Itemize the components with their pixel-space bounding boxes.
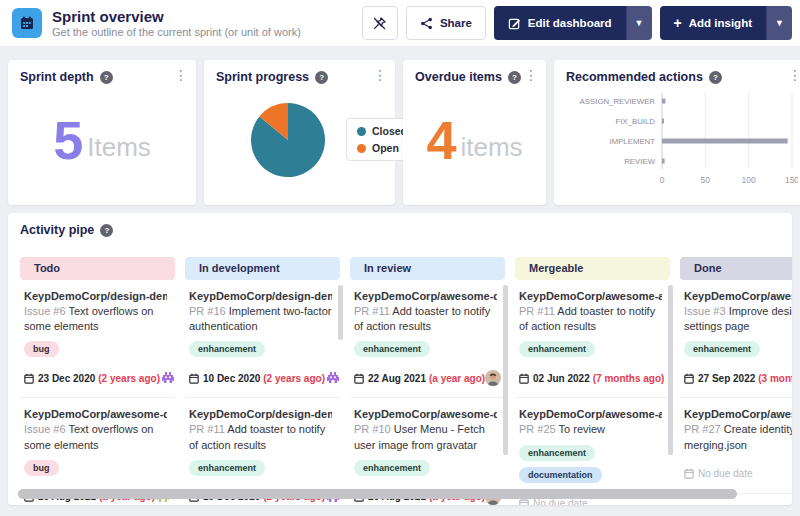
svg-text:150: 150 — [785, 175, 798, 185]
card-ref: PR #11 — [519, 305, 555, 317]
vertical-scrollbar[interactable] — [503, 285, 508, 455]
help-icon[interactable]: ? — [508, 71, 521, 84]
card-title: PR #10 User Menu - Fetch user image from… — [354, 422, 497, 452]
card-ref: PR #11 — [354, 305, 390, 317]
activity-pipe-panel: Activity pipe ? TodoKeypDemoCorp/design-… — [8, 213, 792, 505]
pin-slash-icon — [372, 16, 387, 31]
card-due-ago: (2 years ago) — [98, 373, 160, 384]
column-header: In development — [185, 257, 340, 280]
kanban-card[interactable]: KeypDemoCorp/design-demoPR #16 Implement… — [185, 280, 340, 398]
sprint-depth-title: Sprint depth — [20, 70, 94, 84]
card-repo: KeypDemoCorp/awesome-ap… — [684, 290, 792, 302]
sprint-depth-value: 5 — [53, 113, 83, 167]
card-repo: KeypDemoCorp/awesome-ap… — [684, 408, 792, 420]
kebab-menu-icon[interactable]: ⋮ — [373, 68, 387, 82]
kebab-menu-icon[interactable]: ⋮ — [524, 68, 538, 82]
kanban-card[interactable]: KeypDemoCorp/awesome-de…PR #11 Add toast… — [350, 280, 505, 398]
share-button[interactable]: Share — [406, 6, 486, 40]
kanban-column-done: DoneKeypDemoCorp/awesome-ap…Issue #3 Imp… — [680, 257, 792, 505]
tag-enhancement: enhancement — [684, 341, 760, 357]
svg-text:50: 50 — [701, 175, 711, 185]
add-insight-caret[interactable]: ▼ — [766, 6, 792, 40]
card-footer: 02 Jun 2022(7 months ago) — [519, 370, 662, 386]
card-tags: enhancement — [189, 341, 332, 357]
kanban-card[interactable]: KeypDemoCorp/awesome-ap…Issue #3 Improve… — [680, 280, 792, 398]
card-footer: 23 Dec 2020(2 years ago) — [24, 370, 167, 386]
edit-dashboard-button[interactable]: Edit dashboard — [494, 6, 626, 40]
card-tags: enhancement — [519, 341, 662, 357]
svg-text:IMPLEMENT: IMPLEMENT — [610, 137, 656, 146]
kanban-card[interactable]: KeypDemoCorp/design-demoIssue #6 Text ov… — [20, 280, 175, 398]
svg-text:REVIEW: REVIEW — [624, 157, 655, 166]
kebab-menu-icon[interactable]: ⋮ — [174, 68, 188, 82]
card-repo: KeypDemoCorp/awesome-de… — [354, 290, 497, 302]
top-bar: Sprint overview Get the outline of the c… — [0, 0, 800, 46]
tag-enhancement: enhancement — [354, 341, 430, 357]
legend-dot — [357, 144, 366, 153]
insight-cards-row: Sprint depth ? ⋮ 5 Items Sprint progress… — [8, 60, 792, 205]
help-icon[interactable]: ? — [100, 71, 113, 84]
card-title: PR #11 Add toaster to notify of action r… — [519, 304, 662, 334]
unpin-button[interactable] — [362, 6, 398, 40]
add-insight-button[interactable]: + Add insight — [660, 6, 766, 40]
column-header: Mergeable — [515, 257, 670, 280]
overdue-items-unit: items — [460, 132, 522, 163]
add-insight-label: Add insight — [689, 17, 752, 29]
tag-enhancement: enhancement — [519, 341, 595, 357]
card-due-date: No due date — [533, 498, 588, 505]
calendar-icon — [684, 373, 694, 384]
horizontal-scrollbar[interactable] — [18, 489, 737, 499]
svg-text:ASSIGN_REVIEWER: ASSIGN_REVIEWER — [580, 97, 656, 106]
recommended-actions-card: Recommended actions ? ⋮ 050100150ASSIGN_… — [554, 60, 800, 205]
kanban-card[interactable]: KeypDemoCorp/awesome-ap…PR #27 Create id… — [680, 398, 792, 493]
card-tags: enhancementdocumentation — [519, 445, 662, 483]
card-title: PR #25 To review — [519, 422, 662, 437]
tag-bug: bug — [24, 341, 59, 357]
share-icon — [420, 17, 433, 30]
card-repo: KeypDemoCorp/awesome-ap… — [519, 408, 662, 420]
svg-text:0: 0 — [660, 175, 665, 185]
edit-dashboard-split-button: Edit dashboard ▼ — [494, 6, 652, 40]
card-tags: bug — [24, 460, 167, 476]
recommended-actions-title: Recommended actions — [566, 70, 703, 84]
legend-label: Open — [372, 142, 399, 154]
assignee-avatar[interactable] — [160, 370, 176, 386]
legend-item: Closed — [357, 125, 407, 137]
assignee-avatar[interactable] — [325, 370, 341, 386]
help-icon[interactable]: ? — [315, 71, 328, 84]
card-repo: KeypDemoCorp/awesome-ap… — [684, 504, 792, 505]
tag-enhancement: enhancement — [519, 445, 595, 461]
card-due-ago: (2 years ago) — [263, 373, 325, 384]
vertical-scrollbar[interactable] — [338, 285, 343, 340]
card-repo: KeypDemoCorp/design-demo — [189, 408, 332, 420]
calendar-icon — [684, 468, 694, 479]
card-due-ago: (7 months ago) — [593, 373, 665, 384]
kebab-menu-icon[interactable]: ⋮ — [788, 68, 800, 82]
page-subtitle: Get the outline of the current sprint (o… — [52, 26, 301, 38]
card-tags: enhancement — [354, 460, 497, 476]
help-icon[interactable]: ? — [709, 71, 722, 84]
kanban-column-in-development: In developmentKeypDemoCorp/design-demoPR… — [185, 257, 340, 505]
activity-pipe-title: Activity pipe — [20, 223, 94, 237]
calendar-icon — [519, 498, 529, 505]
card-title: Issue #3 Improve design settings page — [684, 304, 792, 334]
help-icon[interactable]: ? — [100, 224, 113, 237]
card-title: Issue #6 Text overflows on some elements — [24, 304, 167, 334]
sprint-progress-pie-chart — [248, 100, 328, 180]
card-ref: PR #16 — [189, 305, 226, 317]
card-ref: PR #11 — [189, 423, 225, 435]
card-tags: enhancement — [354, 341, 497, 357]
overdue-items-title: Overdue items — [415, 70, 502, 84]
card-ref: Issue #6 — [24, 423, 66, 435]
card-due-date: 23 Dec 2020 — [38, 373, 95, 384]
svg-text:FIX_BUILD: FIX_BUILD — [616, 117, 656, 126]
vertical-scrollbar[interactable] — [668, 285, 673, 455]
calendar-icon — [354, 373, 364, 384]
card-due-date: No due date — [698, 468, 753, 479]
edit-dashboard-caret[interactable]: ▼ — [626, 6, 652, 40]
column-header: Done — [680, 257, 792, 280]
kanban-card[interactable]: KeypDemoCorp/awesome-ap…PR #11 Add toast… — [515, 280, 670, 398]
assignee-avatar[interactable] — [485, 370, 501, 386]
card-ref: PR #10 — [354, 423, 391, 435]
card-due-ago: (a year ago) — [429, 373, 485, 384]
